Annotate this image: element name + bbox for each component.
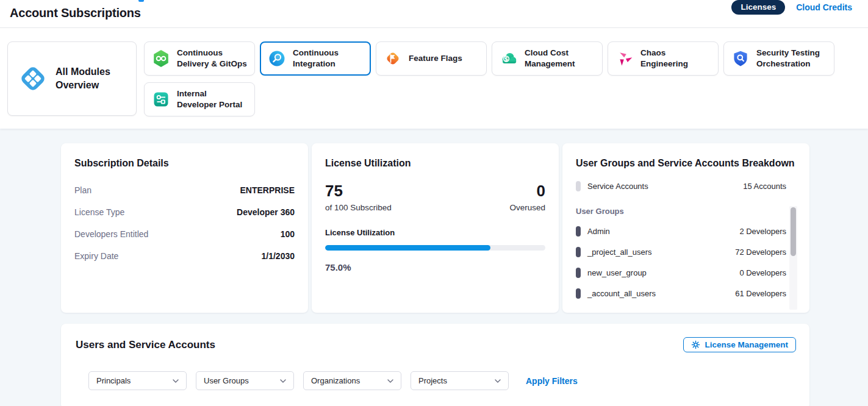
chaos-icon	[615, 49, 634, 68]
module-card-security-testing[interactable]: Security Testing Orchestration	[723, 41, 834, 76]
projects-filter-dropdown[interactable]: Projects	[411, 371, 509, 390]
module-label: Continuous Integration	[293, 48, 363, 69]
module-label: Security Testing Orchestration	[756, 48, 827, 69]
detail-label: License Type	[74, 207, 124, 217]
license-utilization-bar-track	[325, 245, 545, 251]
overused-caption: Overused	[509, 203, 545, 212]
module-card-cloud-cost[interactable]: $ Cloud Cost Management	[492, 41, 603, 76]
users-section-title: Users and Service Accounts	[76, 339, 215, 351]
header-tabs: Licenses Cloud Credits	[731, 0, 852, 15]
subscription-details-rows: Plan ENTERPRISE License Type Developer 3…	[74, 179, 295, 267]
ci-icon	[268, 49, 286, 68]
users-service-accounts-section: Users and Service Accounts License Manag…	[61, 324, 809, 406]
module-card-internal-developer-portal[interactable]: Internal Developer Portal	[144, 82, 255, 116]
user-group-value: 61 Developers	[735, 289, 786, 298]
module-card-continuous-integration[interactable]: Continuous Integration	[260, 41, 371, 76]
subscribed-caption: of 100 Subscribed	[325, 203, 392, 212]
module-selector-bar: All Modules Overview Continuous Delivery…	[0, 28, 868, 129]
organizations-filter-dropdown[interactable]: Organizations	[303, 371, 401, 390]
gear-icon	[691, 340, 700, 349]
module-label: Feature Flags	[409, 53, 462, 64]
user-group-value: 2 Developers	[739, 227, 786, 236]
detail-value: ENTERPRISE	[240, 185, 295, 195]
service-accounts-value: 15 Accounts	[743, 182, 786, 191]
user-group-marker	[576, 288, 581, 299]
summary-cards-row: Subscription Details Plan ENTERPRISE Lic…	[0, 129, 868, 313]
detail-label: Plan	[74, 185, 91, 195]
filters-row: Principals User Groups Organizations Pro…	[88, 371, 796, 390]
user-groups-filter-dropdown[interactable]: User Groups	[196, 371, 294, 390]
utilization-bar-label: License Utilization	[325, 228, 545, 237]
subscribed-stat: 75 of 100 Subscribed	[325, 182, 392, 212]
licenses-tab[interactable]: Licenses	[731, 0, 785, 15]
module-label: Internal Developer Portal	[177, 88, 247, 110]
breakdown-scrollbar-thumb[interactable]	[791, 207, 796, 256]
user-group-row: Admin 2 Developers	[576, 226, 796, 237]
page-title: Account Subscriptions	[10, 6, 141, 20]
apply-filters-link[interactable]: Apply Filters	[526, 376, 578, 386]
service-accounts-marker	[576, 181, 581, 191]
idp-icon	[152, 90, 170, 109]
filter-label: Organizations	[311, 376, 360, 385]
subscribed-count: 75	[325, 182, 392, 200]
chevron-down-icon	[495, 379, 501, 383]
page-header: Account Subscriptions Licenses Cloud Cre…	[0, 0, 868, 28]
detail-row-developers-entitled: Developers Entitled 100	[74, 223, 295, 245]
filter-label: User Groups	[204, 376, 249, 385]
license-utilization-card: License Utilization 75 of 100 Subscribed…	[312, 143, 559, 313]
cloud-credits-tab[interactable]: Cloud Credits	[796, 2, 852, 12]
license-utilization-stats: 75 of 100 Subscribed 0 Overused	[325, 182, 545, 212]
all-modules-overview-card[interactable]: All Modules Overview	[7, 41, 137, 116]
user-group-name: _project_all_users	[587, 248, 728, 257]
detail-value: 1/1/2030	[262, 251, 295, 261]
user-group-name: _account_all_users	[587, 289, 728, 298]
breakdown-scrollbar-track[interactable]	[789, 206, 797, 310]
user-group-name: Admin	[587, 227, 733, 236]
user-group-value: 72 Developers	[735, 248, 786, 257]
user-group-name: new_user_group	[587, 268, 733, 277]
filter-label: Projects	[418, 376, 447, 385]
users-section-header: Users and Service Accounts License Manag…	[76, 337, 796, 352]
detail-row-license-type: License Type Developer 360	[74, 201, 295, 223]
module-label: Cloud Cost Management	[525, 48, 595, 69]
utilization-percent: 75.0%	[325, 262, 545, 272]
detail-label: Developers Entitled	[74, 229, 148, 239]
detail-value: Developer 360	[237, 207, 295, 217]
user-group-marker	[576, 268, 581, 278]
detail-row-plan: Plan ENTERPRISE	[74, 179, 295, 201]
cd-gitops-icon	[152, 49, 170, 68]
detail-row-expiry-date: Expiry Date 1/1/2030	[74, 245, 295, 267]
service-accounts-label: Service Accounts	[587, 182, 736, 191]
user-group-row: _project_all_users 72 Developers	[576, 247, 796, 257]
overused-count: 0	[509, 182, 545, 200]
detail-label: Expiry Date	[74, 251, 118, 261]
modules-grid: Continuous Delivery & GitOps Continuous …	[144, 41, 861, 116]
license-utilization-bar-fill	[325, 245, 490, 251]
license-management-label: License Management	[705, 340, 788, 349]
module-card-chaos-engineering[interactable]: Chaos Engineering	[608, 41, 719, 76]
clipped-nav-remnant	[138, 0, 144, 2]
feature-flags-icon	[384, 49, 402, 68]
user-group-value: 0 Developers	[739, 268, 786, 277]
chevron-down-icon	[280, 379, 286, 383]
user-group-marker	[576, 226, 581, 237]
detail-value: 100	[281, 229, 295, 239]
sto-icon	[731, 49, 750, 68]
subscription-details-title: Subscription Details	[74, 158, 295, 169]
subscription-details-card: Subscription Details Plan ENTERPRISE Lic…	[61, 143, 308, 313]
module-label: Chaos Engineering	[640, 48, 711, 69]
module-card-feature-flags[interactable]: Feature Flags	[376, 41, 487, 76]
overused-stat: 0 Overused	[509, 182, 545, 212]
module-card-cd-gitops[interactable]: Continuous Delivery & GitOps	[144, 41, 255, 76]
user-group-row: new_user_group 0 Developers	[576, 268, 796, 278]
user-group-marker	[576, 247, 581, 257]
service-accounts-row: Service Accounts 15 Accounts	[576, 181, 796, 191]
filter-label: Principals	[96, 376, 131, 385]
all-modules-icon	[19, 65, 47, 93]
user-group-row: _account_all_users 61 Developers	[576, 288, 796, 299]
license-management-button[interactable]: License Management	[683, 337, 796, 352]
chevron-down-icon	[387, 379, 393, 383]
all-modules-overview-label: All Modules Overview	[56, 65, 114, 91]
user-groups-heading: User Groups	[576, 207, 796, 216]
principals-filter-dropdown[interactable]: Principals	[88, 371, 187, 390]
